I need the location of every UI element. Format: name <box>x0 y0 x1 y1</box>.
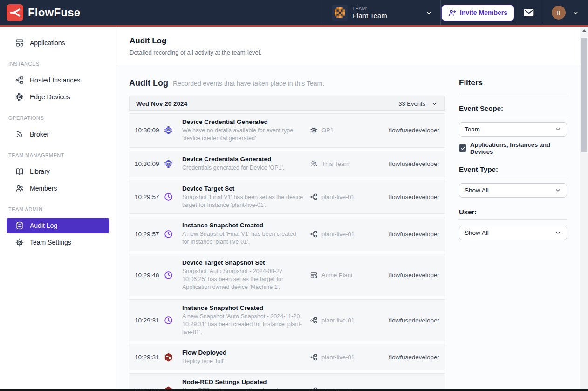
event-user: flowfusedeveloper <box>380 317 439 324</box>
chevron-down-icon <box>554 229 561 236</box>
sidebar-item-label: Library <box>30 168 50 175</box>
sidebar-item-label: Team Settings <box>30 239 71 246</box>
instances-icon <box>310 193 318 201</box>
event-time: 10:29:31 <box>135 354 164 361</box>
date-group-header[interactable]: Wed Nov 20 2024 33 Events <box>129 96 445 111</box>
broker-icon <box>15 130 24 139</box>
user-filter-value: Show All <box>465 229 489 236</box>
audit-section-title: Audit Log <box>129 78 168 88</box>
database-icon <box>15 221 24 230</box>
sidebar-item-label: Edge Devices <box>30 93 70 101</box>
clock-icon <box>164 270 173 280</box>
sidebar-section-heading: TEAM MANAGEMENT <box>8 152 116 158</box>
main-content: Audit Log Detailed recording of all acti… <box>116 27 580 390</box>
sidebar-item-members[interactable]: Members <box>7 180 109 196</box>
sidebar-item-team-settings[interactable]: Team Settings <box>7 234 109 250</box>
event-time: 10:30:09 <box>135 127 164 134</box>
event-scope-label: Event Scope: <box>459 104 567 116</box>
invite-members-button[interactable]: Invite Members <box>441 5 514 21</box>
flowfuse-logo-icon <box>7 4 23 21</box>
sidebar-item-broker[interactable]: Broker <box>7 126 109 142</box>
sidebar-item-applications[interactable]: Applications <box>7 35 109 51</box>
event-title: Device Credentials Generated <box>182 156 304 163</box>
clock-icon <box>164 316 173 325</box>
scope-checkbox-label: Applications, Instances and Devices <box>470 141 567 155</box>
scope-label: plant-live-01 <box>321 231 355 238</box>
filters-panel: Filters Event Scope: Team Applications, … <box>459 78 567 390</box>
chevron-down-icon <box>425 9 433 17</box>
instances-icon <box>15 75 24 85</box>
audit-log-table: Wed Nov 20 2024 33 Events 10:30:09 Devic… <box>129 96 445 390</box>
audit-log-row: 10:30:09 Device Credentials Generated Cr… <box>129 151 445 177</box>
scope-include-checkbox-row[interactable]: Applications, Instances and Devices <box>459 141 567 155</box>
top-navbar: FlowFuse TEAM: Plant Team Invite Members <box>0 0 588 27</box>
event-time: 10:29:31 <box>135 317 164 324</box>
brand-name: FlowFuse <box>28 6 80 19</box>
sidebar-item-audit-log[interactable]: Audit Log <box>7 218 109 233</box>
scope-label: plant-live-01 <box>321 354 355 361</box>
event-description: A new Snapshot 'Final V1' has been creat… <box>182 230 304 246</box>
library-icon <box>15 167 24 176</box>
notifications-button[interactable] <box>523 7 535 19</box>
event-scope-value: Team <box>465 126 480 133</box>
brand-home-link[interactable]: FlowFuse <box>0 0 80 25</box>
audit-log-row: 10:29:31 Flow Deployed Deploy type 'full… <box>129 344 445 370</box>
invite-members-label: Invite Members <box>460 9 507 16</box>
events-count: 33 Events <box>398 100 425 107</box>
page-subtitle: Detailed recording of all activity at th… <box>130 49 567 56</box>
vertical-scrollbar[interactable] <box>580 27 588 390</box>
sidebar-item-edge-devices[interactable]: Edge Devices <box>7 89 109 105</box>
scope-label: Acme Plant <box>321 272 352 279</box>
scope-label: plant-live-01 <box>321 317 355 324</box>
mail-icon <box>523 7 535 19</box>
audit-log-row: 10:29:57 Device Target Set Snapshot 'Fin… <box>129 180 445 214</box>
audit-section-subtitle: Recorded events that have taken place in… <box>173 80 324 87</box>
user-filter-select[interactable]: Show All <box>459 226 567 240</box>
cog-icon <box>15 238 24 247</box>
audit-log-row: 10:30:09 Device Credential Generated We … <box>129 113 445 148</box>
node-red-icon <box>164 352 173 362</box>
event-title: Instance Snapshot Created <box>182 304 304 311</box>
audit-log-row: 10:29:57 Instance Snapshot Created A new… <box>129 217 445 251</box>
team-selector[interactable]: TEAM: Plant Team <box>324 0 440 25</box>
scope-label: This Team <box>321 160 349 167</box>
event-type-select[interactable]: Show All <box>459 183 567 198</box>
audit-log-row: 10:29:48 Device Target Snapshot Set Snap… <box>129 254 445 296</box>
sidebar-nav: Applications INSTANCES Hosted Instances … <box>0 27 116 390</box>
checkbox-checked-icon[interactable] <box>459 144 466 152</box>
event-time: 10:29:57 <box>135 193 164 200</box>
sidebar-section-heading: OPERATIONS <box>8 115 116 121</box>
applications-icon <box>15 38 24 48</box>
event-user: flowfusedeveloper <box>380 160 439 167</box>
event-description: A new Snapshot 'Auto Snapshot - 2024-11-… <box>182 313 304 336</box>
chevron-down-icon <box>572 9 579 16</box>
chip-icon <box>164 125 173 135</box>
members-icon <box>310 160 318 168</box>
group-date: Wed Nov 20 2024 <box>136 100 187 107</box>
event-description: We have no details available for event t… <box>182 127 304 143</box>
event-description: Deploy type 'full' <box>182 357 304 365</box>
chip-icon <box>15 92 24 102</box>
user-menu[interactable]: fl <box>542 0 588 25</box>
sidebar-item-label: Hosted Instances <box>30 76 80 84</box>
event-user: flowfusedeveloper <box>380 354 439 361</box>
page-title: Audit Log <box>130 36 567 46</box>
group-collapse-toggle[interactable]: 33 Events <box>398 100 438 107</box>
event-type-value: Show All <box>465 187 489 194</box>
chevron-down-icon <box>554 187 561 194</box>
scrollbar-up-arrow[interactable] <box>580 27 588 34</box>
sidebar-item-library[interactable]: Library <box>7 164 109 179</box>
chip-icon <box>164 159 173 169</box>
page-header: Audit Log Detailed recording of all acti… <box>116 27 580 65</box>
user-plus-icon <box>448 9 456 17</box>
event-type-label: Event Type: <box>459 165 567 177</box>
flowfuse-app: FlowFuse TEAM: Plant Team Invite Members <box>0 0 588 391</box>
audit-log-row: 10:29:31 Instance Snapshot Created A new… <box>129 299 445 342</box>
event-scope-select[interactable]: Team <box>459 122 567 137</box>
sidebar-item-hosted-instances[interactable]: Hosted Instances <box>7 72 109 88</box>
event-title: Node-RED Settings Updated <box>182 378 304 385</box>
event-user: flowfusedeveloper <box>380 231 439 238</box>
scrollbar-thumb[interactable] <box>581 38 587 152</box>
event-user: flowfusedeveloper <box>380 127 439 134</box>
user-avatar[interactable]: fl <box>552 6 566 20</box>
